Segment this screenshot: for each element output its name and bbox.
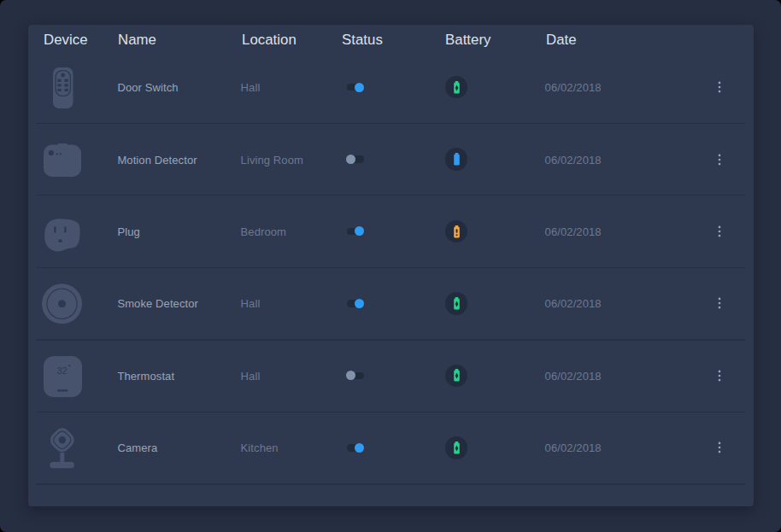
svg-text:32: 32 xyxy=(57,365,68,375)
